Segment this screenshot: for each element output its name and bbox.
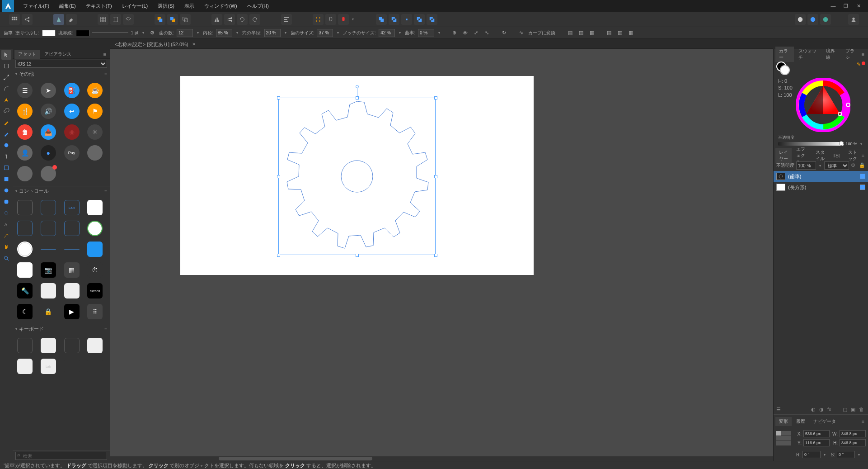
asset-sound[interactable]: 🔊 [41,104,56,119]
opacity-slider[interactable] [778,142,844,146]
kb-2[interactable] [41,338,56,353]
ctrl-vol[interactable] [41,283,56,298]
asset-badge[interactable] [41,166,56,181]
account-icon[interactable] [848,14,859,25]
sel-handle-tl[interactable] [277,96,280,99]
ctrl-torch[interactable]: 🔦 [17,283,33,298]
ellipse-tool[interactable] [1,185,11,195]
group-icon[interactable]: ▣ [851,407,857,413]
cog-tool[interactable] [1,208,11,218]
shrink-icon[interactable]: ⤡ [483,29,491,37]
layer-opacity-dd[interactable]: ▾ [818,164,822,168]
ctrl-tab[interactable] [87,242,103,257]
ctrl-1[interactable] [17,200,33,215]
clone-icon[interactable] [180,14,191,25]
ctrl-moon[interactable]: ☾ [17,304,33,319]
menu-select[interactable]: 選択(S) [153,1,179,11]
teeth-input[interactable] [177,29,193,37]
align-mid-icon[interactable]: ▥ [616,29,624,37]
ctrl-line1[interactable] [41,249,56,250]
ctrl-dots[interactable]: ⠿ [87,304,103,319]
transform-w-input[interactable] [840,430,866,437]
kb-4[interactable] [87,338,103,353]
transform-r-input[interactable] [802,451,821,458]
xor-icon[interactable] [427,14,437,25]
show-grid-icon[interactable] [98,14,108,25]
section-menu-icon[interactable]: ≡ [104,71,107,76]
asset-fuel[interactable]: ⛽ [64,83,80,98]
text-tool[interactable]: A [1,219,11,229]
panel-menu-icon[interactable]: ≡ [862,153,866,158]
menu-layer[interactable]: レイヤー(L) [117,1,152,11]
align-bot-icon[interactable]: ▦ [627,29,635,37]
gear-icon[interactable]: ⚙ [148,29,156,37]
expand-icon[interactable]: ⤢ [472,29,480,37]
transform-y-input[interactable] [803,439,830,446]
sel-handle-ml[interactable] [277,175,280,178]
ctrl-5[interactable] [17,221,33,236]
tab-navigator[interactable]: ナビゲータ [810,417,840,426]
h-scrollbar[interactable] [110,456,773,461]
stroke-width[interactable]: 1 pt [131,30,139,35]
kb-7[interactable] [64,359,80,374]
intersect-icon[interactable] [401,14,412,25]
mask-icon[interactable]: ◐ [811,407,817,413]
ctrl-lock[interactable]: 🔒 [41,304,56,319]
snap-off-icon[interactable] [325,14,336,25]
menu-file[interactable]: ファイル(F) [19,1,54,11]
persona-export-icon[interactable] [820,14,831,25]
brush-tool[interactable] [1,129,11,139]
asset-grey2[interactable] [17,166,33,181]
grid-mode-icon[interactable] [9,14,20,25]
align-left-icon[interactable]: ▤ [566,29,574,37]
asset-reply[interactable]: ↩ [64,104,80,119]
kb-5[interactable] [17,359,33,374]
curve-input[interactable] [418,29,434,37]
sel-handle-tr[interactable] [434,96,437,99]
kb-1[interactable] [17,338,33,353]
transform-h-input[interactable] [840,439,866,446]
section-misc[interactable]: ▾ その他 ≡ [13,69,110,78]
asset-applepay[interactable]: Pay [64,145,80,161]
close-button[interactable]: ✕ [855,3,862,9]
mirror-icon[interactable]: ⊕ [450,29,459,37]
stroke-preview[interactable] [92,33,128,33]
node-tool[interactable] [1,72,11,82]
transparency-tool[interactable] [1,152,11,161]
opacity-value[interactable]: 100 % [845,142,857,146]
ctrl-7[interactable] [64,221,80,236]
kb-3[interactable] [64,338,80,353]
close-tab-icon[interactable]: ✕ [192,42,196,47]
perspective-grid-icon[interactable] [110,14,121,25]
target-shape-icon[interactable] [53,14,64,25]
ctrl-3[interactable]: Lab [64,200,80,215]
layer-opacity-input[interactable] [796,161,816,170]
ctrl-play[interactable]: ▶ [64,304,80,319]
asset-list[interactable]: ☰ [17,83,33,98]
inner-dd[interactable]: ▾ [235,31,239,35]
convert-label[interactable]: カーブに変換 [528,30,555,36]
persona-pixel-icon[interactable] [807,14,818,25]
stroke-color-swatch[interactable] [780,65,790,75]
inner-input[interactable] [216,29,232,37]
zoom-tool[interactable] [1,253,11,263]
stroke-swatch[interactable] [76,30,89,36]
section-keyboard[interactable]: ▾ キーボード ≡ [13,324,110,333]
ctrl-screen[interactable]: Screen [87,283,103,298]
asset-cup[interactable]: ☕ [87,83,103,98]
layer-item-rect[interactable]: (長方形) [774,182,868,193]
asset-fingerprint[interactable]: ◉ [64,124,80,140]
tiny-swatch[interactable] [862,62,865,65]
ctrl-2[interactable] [41,200,56,215]
rotate-cw-icon[interactable] [249,14,260,25]
section-controls[interactable]: ▾ コントロール ≡ [13,186,110,195]
teeth-dd[interactable]: ▾ [196,31,200,35]
ctrl-6[interactable] [41,221,56,236]
s-dd[interactable]: ▾ [857,453,861,457]
align-top-icon[interactable]: ▤ [605,29,613,37]
shape-tool[interactable] [1,174,11,184]
share-icon[interactable] [22,14,33,25]
layer-visible-checkbox[interactable] [860,185,865,190]
hand-tool[interactable] [1,242,11,252]
blend-mode-select[interactable]: 標準 [824,161,849,170]
